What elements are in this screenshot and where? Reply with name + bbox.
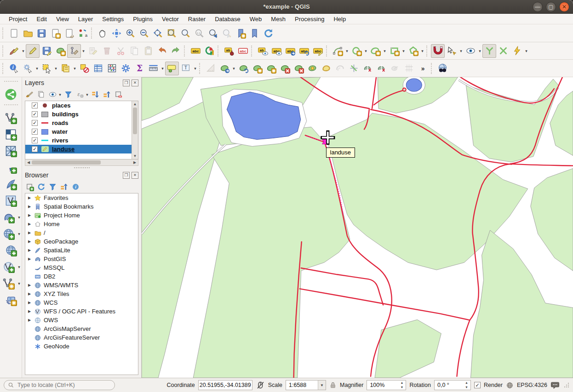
show-layout-manager-button[interactable] <box>62 26 76 40</box>
map-canvas[interactable]: landuse <box>142 77 573 378</box>
enable-tracing-dropdown-arrow[interactable]: ▾ <box>458 44 464 58</box>
processing-toolbox-button[interactable] <box>119 62 132 75</box>
text-annotation-button[interactable]: T <box>179 62 193 75</box>
collapse-all-button[interactable] <box>101 89 112 100</box>
properties-widget-button[interactable]: i <box>70 182 81 193</box>
zoom-full-extent-button[interactable] <box>151 26 165 40</box>
filter-legend-by-expression-dropdown-arrow[interactable]: ▾ <box>85 89 89 100</box>
show-statistics-button[interactable]: Σ <box>132 62 146 75</box>
expand-arrow[interactable]: ▶ <box>27 196 32 200</box>
zoom-to-layer-button[interactable] <box>178 26 192 40</box>
close-button[interactable]: ✕ <box>559 2 569 12</box>
scale-dropdown-arrow[interactable]: ▼ <box>318 381 326 390</box>
coordinate-value[interactable]: 20.51955,-34.01389 <box>198 380 252 390</box>
expand-arrow[interactable]: ▶ <box>27 257 32 261</box>
layer-visibility-checkbox[interactable]: ✓ <box>32 102 38 108</box>
title-bar[interactable]: *example - QGIS —▢✕ <box>0 0 573 14</box>
zoom-last-button[interactable] <box>206 26 220 40</box>
style-manager-button[interactable]: a <box>76 26 90 40</box>
add-circular-string-button[interactable] <box>331 44 344 58</box>
add-circular-string-dropdown-arrow[interactable]: ▾ <box>344 44 350 58</box>
menu-database[interactable]: Database <box>211 15 245 23</box>
add-wfs-layer-button[interactable] <box>0 259 17 274</box>
locate-search[interactable] <box>4 380 115 390</box>
layers-close-button[interactable]: ✕ <box>132 80 138 86</box>
topological-editing-button[interactable] <box>482 44 496 58</box>
reshape-features-button[interactable] <box>319 62 333 75</box>
split-features-button[interactable] <box>361 62 374 75</box>
layer-visibility-checkbox[interactable]: ✓ <box>32 129 38 135</box>
menu-view[interactable]: View <box>52 15 73 23</box>
layer-item-buildings[interactable]: ✓buildings <box>25 110 138 119</box>
minimize-button[interactable]: — <box>533 2 543 12</box>
undo-button[interactable] <box>155 44 169 58</box>
expand-arrow[interactable]: ▶ <box>27 318 32 322</box>
run-feature-action-dropdown-arrow[interactable]: ▾ <box>34 62 40 75</box>
open-attribute-table-button[interactable] <box>91 62 105 75</box>
current-edits-dropdown-arrow[interactable]: ▾ <box>21 44 26 58</box>
select-features-dropdown-arrow[interactable]: ▾ <box>53 62 58 75</box>
add-regular-polygon-button[interactable] <box>406 44 420 58</box>
browser-item-mssql[interactable]: MSSQL <box>25 263 138 272</box>
add-circle-dropdown-arrow[interactable]: ▾ <box>363 44 368 58</box>
browser-item-[interactable]: ▶/ <box>25 228 138 237</box>
snapping-visibility-dropdown-arrow[interactable]: ▾ <box>477 44 482 58</box>
new-project-button[interactable] <box>7 26 21 40</box>
crs-globe-icon[interactable] <box>506 381 514 389</box>
add-polygon-feature-button[interactable] <box>53 44 67 58</box>
layers-horizontal-scrollbar[interactable]: ◀ ▶ <box>25 159 138 166</box>
toolbar-drag-handle[interactable] <box>2 63 6 74</box>
magnifier-spinbox[interactable]: 100% ▲▼ <box>367 380 406 390</box>
scroll-thumb[interactable] <box>133 108 137 134</box>
expand-arrow[interactable]: ▶ <box>27 222 32 226</box>
browser-item-home[interactable]: ▶Home <box>25 220 138 228</box>
menu-processing[interactable]: Processing <box>291 15 328 23</box>
refresh-map-button[interactable] <box>261 26 275 40</box>
add-rectangle-button[interactable] <box>387 44 401 58</box>
manage-map-themes-dropdown-arrow[interactable]: ▾ <box>58 89 62 100</box>
add-wms-wmts-layer-button[interactable] <box>0 226 17 241</box>
pan-map-button[interactable] <box>96 26 109 40</box>
add-mesh-layer-button[interactable] <box>3 143 19 159</box>
layers-float-button[interactable]: ❐ <box>123 80 130 86</box>
new-spatial-bookmark-button[interactable] <box>234 26 247 40</box>
save-layer-edits-button[interactable] <box>40 44 53 58</box>
map-tips-button[interactable] <box>165 62 179 75</box>
resize-grip[interactable] <box>564 382 569 388</box>
layer-item-landuse[interactable]: ✓landuse <box>25 145 138 153</box>
expand-arrow[interactable]: ▶ <box>27 283 32 287</box>
browser-float-button[interactable]: ❐ <box>123 172 130 179</box>
text-annotation-dropdown-arrow[interactable]: ▾ <box>193 62 198 75</box>
open-project-button[interactable] <box>21 26 34 40</box>
collapse-all-browser-button[interactable] <box>58 182 69 193</box>
browser-item-arcgismapserver[interactable]: ArcGisMapServer <box>25 324 138 333</box>
magnifier-down[interactable]: ▼ <box>399 385 405 390</box>
delete-ring-button[interactable] <box>292 62 305 75</box>
browser-item-wms-wmts[interactable]: ▶WMS/WMTS <box>25 281 138 290</box>
add-ellipse-button[interactable] <box>368 44 382 58</box>
identify-features-button[interactable]: i <box>7 62 21 75</box>
layer-item-roads[interactable]: ✓roads <box>25 119 138 127</box>
layer-visibility-checkbox[interactable]: ✓ <box>32 146 38 152</box>
layer-labeling-options-button[interactable]: abc <box>189 44 202 58</box>
add-wcs-layer-button[interactable] <box>3 243 19 258</box>
copy-move-feature-button[interactable] <box>236 62 250 75</box>
add-delimited-text-layer-button[interactable]: , <box>3 160 19 175</box>
statistical-summary-button[interactable] <box>105 62 119 75</box>
enable-tracing-button[interactable] <box>445 44 458 58</box>
lock-scale-icon[interactable] <box>329 381 337 389</box>
log-messages-icon[interactable] <box>550 381 560 390</box>
add-group-button[interactable] <box>35 89 46 100</box>
new-shapefile-layer-dropdown-arrow[interactable]: ▾ <box>17 278 22 289</box>
magnifier-up[interactable]: ▲ <box>399 381 405 385</box>
browser-item-project-home[interactable]: ▶Project Home <box>25 211 138 220</box>
browser-item-geopackage[interactable]: ▶GeoPackage <box>25 237 138 246</box>
menu-edit[interactable]: Edit <box>32 15 51 23</box>
rotate-feature-button[interactable] <box>250 62 264 75</box>
toolbar-drag-handle[interactable] <box>2 28 6 39</box>
add-circle-button[interactable] <box>350 44 363 58</box>
add-virtual-layer-button[interactable] <box>3 193 19 208</box>
menu-web[interactable]: Web <box>246 15 266 23</box>
scroll-down-arrow[interactable]: ▼ <box>132 153 138 159</box>
add-rectangle-dropdown-arrow[interactable]: ▾ <box>401 44 406 58</box>
